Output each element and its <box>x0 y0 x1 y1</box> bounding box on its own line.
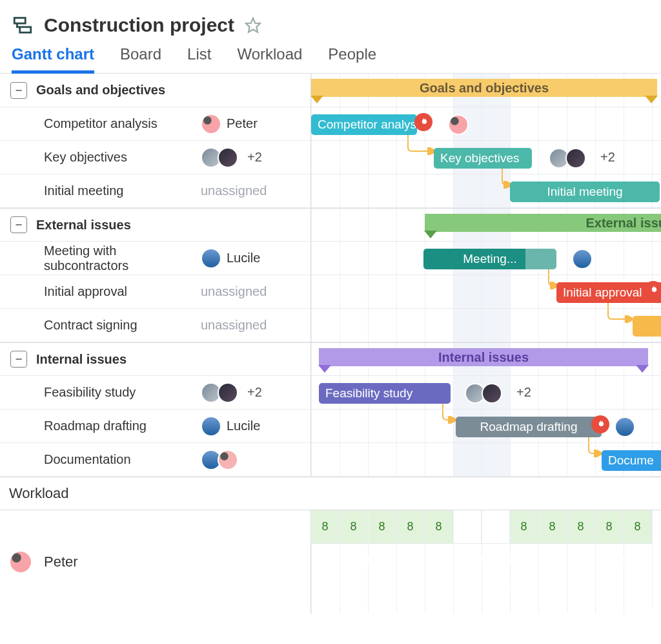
task-name: Roadmap drafting <box>44 419 194 433</box>
tab-board[interactable]: Board <box>120 43 161 73</box>
task-bar[interactable]: Meeting... <box>423 249 556 269</box>
task-bar[interactable]: Key objectives <box>434 148 532 169</box>
assignee-name: Lucile <box>227 419 260 433</box>
workload-section-title: Workload <box>0 477 661 510</box>
svg-rect-0 <box>14 18 25 24</box>
task-name: Initial approval <box>44 284 194 299</box>
timeline-task-row: Roadmap drafting <box>311 410 661 443</box>
task-list-panel: − Goals and objectives Competitor analys… <box>0 74 311 477</box>
assignee-name: Lucile <box>227 251 260 265</box>
avatar <box>201 416 221 437</box>
task-row[interactable]: Meeting with subcontractors Lucile <box>0 242 310 275</box>
timeline-task-row: Initial approval <box>311 275 661 309</box>
assignee-name: Peter <box>227 116 258 131</box>
task-row[interactable]: Contract signing unassigned <box>0 309 310 342</box>
task-bar[interactable]: Feasibility study <box>319 383 451 404</box>
assignee-cell[interactable]: unassigned <box>201 318 304 333</box>
timeline-task-row <box>311 309 661 342</box>
collapse-icon[interactable]: − <box>10 216 27 233</box>
svg-rect-1 <box>20 27 31 33</box>
assignee-cell[interactable]: Lucile <box>201 248 304 269</box>
task-bar[interactable]: Competitor analys <box>311 114 417 135</box>
group-bar[interactable]: External issu <box>425 214 661 232</box>
avatar <box>218 450 238 470</box>
assignee-cell[interactable] <box>201 450 304 470</box>
workload-bar[interactable]: Stage 4 <box>395 574 630 596</box>
avatar <box>218 147 238 168</box>
group-label: Internal issues <box>36 352 127 367</box>
group-row[interactable]: − Goals and objectives <box>0 74 310 107</box>
assignee-overflow-count: +2 <box>247 150 262 165</box>
star-icon[interactable] <box>245 17 261 34</box>
task-row[interactable]: Key objectives +2 <box>0 141 310 174</box>
timeline-rows: Goals and objectives Competitor analys K… <box>311 74 661 477</box>
group-bar[interactable]: Internal issues <box>319 348 648 366</box>
task-row[interactable]: Initial approval unassigned <box>0 275 310 309</box>
assignee-cell[interactable]: Lucile <box>201 416 304 437</box>
tab-gantt-chart[interactable]: Gantt chart <box>12 43 94 73</box>
unassigned-label: unassigned <box>201 284 267 299</box>
gantt-timeline-panel[interactable]: Goals and objectives Competitor analys K… <box>311 74 661 477</box>
timeline-group-row: Internal issues <box>311 342 661 376</box>
timeline-task-row: Docume <box>311 443 661 477</box>
group-label: Goals and objectives <box>36 83 165 98</box>
group-label: External issues <box>36 218 131 233</box>
workload-bar[interactable]: Docum <box>600 548 661 570</box>
avatar <box>565 148 586 169</box>
assignee-cell[interactable]: Peter <box>201 114 304 134</box>
task-row[interactable]: Feasibility study +2 <box>0 376 310 410</box>
avatar <box>448 114 469 135</box>
task-bar[interactable]: Docume <box>602 450 661 471</box>
timeline-task-row: Feasibility study +2 <box>311 376 661 410</box>
fire-icon <box>414 113 432 131</box>
task-bar[interactable]: Initial meeting <box>510 182 660 202</box>
assignee-cell[interactable]: +2 <box>201 382 304 403</box>
workload-bar[interactable]: Competitor an... <box>311 548 420 570</box>
avatar <box>615 417 635 437</box>
assignee-cell[interactable]: +2 <box>201 147 304 168</box>
task-name: Competitor analysis <box>44 116 194 131</box>
timeline-task-row: Key objectives +2 <box>311 141 661 174</box>
task-name: Documentation <box>44 452 194 467</box>
avatar <box>201 114 221 134</box>
workload-timeline[interactable]: 8888888888 Competitor an... Key objectiv… <box>311 510 661 614</box>
assignee-cell[interactable]: unassigned <box>201 183 304 198</box>
fire-icon <box>591 415 609 433</box>
assignee-overflow-count: +2 <box>600 150 615 165</box>
collapse-icon[interactable]: − <box>10 351 27 368</box>
person-name: Peter <box>44 554 78 570</box>
timeline-task-row: Initial meeting <box>311 174 661 208</box>
collapse-icon[interactable]: − <box>10 82 27 99</box>
project-icon <box>12 14 34 36</box>
task-row[interactable]: Initial meeting unassigned <box>0 174 310 208</box>
tab-workload[interactable]: Workload <box>237 43 302 73</box>
avatar <box>9 550 32 574</box>
task-row[interactable]: Roadmap drafting Lucile <box>0 410 310 443</box>
task-row[interactable]: Competitor analysis Peter <box>0 107 310 141</box>
tab-people[interactable]: People <box>328 43 376 73</box>
group-row[interactable]: − Internal issues <box>0 342 310 376</box>
task-row[interactable]: Documentation <box>0 443 310 477</box>
task-bar[interactable] <box>633 316 661 337</box>
workload-bar[interactable]: Key objectives <box>426 548 534 570</box>
task-name: Contract signing <box>44 318 194 333</box>
task-name: Meeting with subcontractors <box>44 244 194 273</box>
unassigned-label: unassigned <box>201 183 267 198</box>
timeline-group-row: Goals and objectives <box>311 74 661 107</box>
task-name: Key objectives <box>44 150 194 165</box>
assignee-cell[interactable]: unassigned <box>201 284 304 299</box>
unassigned-label: unassigned <box>201 318 267 333</box>
svg-marker-2 <box>246 18 260 32</box>
tab-list[interactable]: List <box>187 43 211 73</box>
workload-bar[interactable]: Plan <box>569 599 660 614</box>
group-row[interactable]: − External issues <box>0 208 310 242</box>
avatar <box>218 382 238 403</box>
workload-person-row[interactable]: Peter <box>0 510 310 614</box>
task-name: Initial meeting <box>44 183 194 198</box>
avatar <box>482 383 502 404</box>
group-bar[interactable]: Goals and objectives <box>311 79 657 97</box>
fire-icon <box>644 281 661 299</box>
workload-area: Peter 8888888888 Competitor an... Key ob… <box>0 510 661 614</box>
task-bar[interactable]: Roadmap drafting <box>456 417 602 437</box>
project-title: Construction project <box>44 14 234 36</box>
